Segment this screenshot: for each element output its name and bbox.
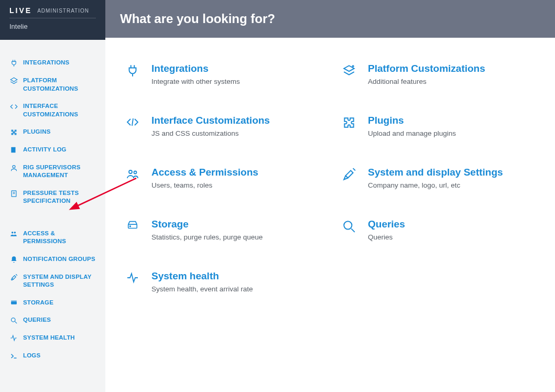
puzzle-icon xyxy=(341,115,357,137)
sidebar-item-label: Storage xyxy=(23,299,53,307)
activity-icon xyxy=(9,334,18,342)
sidebar-item-access-permissions[interactable]: Access & Permissions xyxy=(4,225,101,250)
card-queries[interactable]: Queries Queries xyxy=(341,219,536,241)
sidebar-item-storage[interactable]: Storage xyxy=(4,295,101,311)
card-desc: Additional features xyxy=(368,78,536,85)
sidebar-item-platform-customizations[interactable]: Platform Customizations xyxy=(4,72,101,97)
sidebar-item-label: Access & Permissions xyxy=(23,230,96,246)
sidebar-item-label: Pressure Tests Specification xyxy=(23,189,96,205)
bell-icon xyxy=(9,255,18,264)
svg-point-2 xyxy=(13,165,15,168)
sidebar-nav: Integrations Platform Customizations Int… xyxy=(0,40,105,369)
sidebar-item-label: Activity Log xyxy=(23,146,67,154)
sidebar-item-label: Platform Customizations xyxy=(23,77,96,93)
sidebar-item-label: Interface Customizations xyxy=(23,102,96,118)
brand-logo: LIVE xyxy=(9,6,32,15)
card-title: Interface Customizations xyxy=(151,115,320,126)
card-desc: Queries xyxy=(368,233,536,241)
topbar: What are you looking for? xyxy=(105,0,555,38)
storage-icon xyxy=(124,219,141,241)
card-integrations[interactable]: Integrations Integrate with other system… xyxy=(124,63,320,85)
code-icon xyxy=(9,102,18,111)
storage-icon xyxy=(9,299,18,306)
plug-icon xyxy=(9,59,18,67)
main: What are you looking for? Integrations I… xyxy=(105,0,555,392)
sidebar-item-integrations[interactable]: Integrations xyxy=(4,55,101,71)
tools-icon xyxy=(341,167,357,189)
svg-point-18 xyxy=(129,170,132,173)
svg-point-8 xyxy=(11,279,13,280)
card-storage[interactable]: Storage Statistics, purge rules, purge q… xyxy=(124,219,320,241)
users-icon xyxy=(124,167,141,189)
card-desc: Statistics, purge rules, purge queue xyxy=(151,233,320,241)
sidebar-item-queries[interactable]: Queries xyxy=(4,312,101,329)
search-icon xyxy=(9,316,18,324)
spec-icon xyxy=(9,189,18,198)
sidebar-item-system-health[interactable]: System Health xyxy=(4,330,101,346)
card-desc: Company name, logo, url, etc xyxy=(368,181,536,189)
card-title: Platform Customizations xyxy=(368,63,536,74)
card-system-health[interactable]: System health System health, event arriv… xyxy=(124,270,320,293)
card-title: Queries xyxy=(368,219,536,230)
card-interface-customizations[interactable]: Interface Customizations JS and CSS cust… xyxy=(124,115,320,137)
svg-rect-9 xyxy=(11,301,17,304)
sidebar-item-interface-customizations[interactable]: Interface Customizations xyxy=(4,98,101,123)
sidebar-item-rig-supervisors[interactable]: Rig Supervisors Management xyxy=(4,159,101,184)
sidebar-item-label: Logs xyxy=(23,352,40,360)
card-desc: Integrate with other systems xyxy=(151,78,320,85)
page-title: What are you looking for? xyxy=(120,12,275,26)
puzzle-icon xyxy=(9,128,18,136)
svg-point-6 xyxy=(12,232,14,234)
svg-line-17 xyxy=(132,118,133,126)
card-title: System and display Settings xyxy=(368,167,536,178)
sidebar-item-activity-log[interactable]: Activity Log xyxy=(4,141,101,158)
sidebar-item-label: Rig Supervisors Management xyxy=(23,164,96,180)
nav-divider xyxy=(4,211,101,224)
sidebar-item-label: System and Display Settings xyxy=(23,273,96,289)
sidebar-item-logs[interactable]: Logs xyxy=(4,347,101,364)
user-icon xyxy=(9,164,18,172)
code-icon xyxy=(124,115,141,137)
card-title: System health xyxy=(151,270,320,282)
card-desc: System health, event arrival rate xyxy=(151,285,320,293)
sidebar-item-label: Integrations xyxy=(23,59,69,67)
users-icon xyxy=(9,230,18,237)
svg-point-11 xyxy=(11,318,15,322)
card-access-permissions[interactable]: Access & Permissions Users, teams, roles xyxy=(124,167,320,189)
content-grid: Integrations Integrate with other system… xyxy=(105,38,555,303)
layers-icon xyxy=(341,63,357,85)
sidebar-item-pressure-tests[interactable]: Pressure Tests Specification xyxy=(4,185,101,210)
card-system-display-settings[interactable]: System and display Settings Company name… xyxy=(341,167,536,189)
document-icon xyxy=(9,146,18,154)
sidebar: LIVE ADMINISTRATION Intelie Integrations… xyxy=(0,0,105,392)
sidebar-item-label: Notification Groups xyxy=(23,255,95,264)
svg-point-7 xyxy=(14,232,16,234)
layers-icon xyxy=(9,77,18,85)
sidebar-item-plugins[interactable]: Plugins xyxy=(4,124,101,140)
svg-marker-0 xyxy=(10,78,17,82)
svg-rect-10 xyxy=(11,300,17,301)
activity-icon xyxy=(124,270,141,293)
svg-line-12 xyxy=(15,322,17,324)
sidebar-item-label: Queries xyxy=(23,316,51,324)
card-desc: Upload and manage plugins xyxy=(368,129,536,137)
sidebar-item-label: System Health xyxy=(23,334,75,342)
terminal-icon xyxy=(9,352,18,360)
card-platform-customizations[interactable]: Platform Customizations Additional featu… xyxy=(341,63,536,85)
card-desc: Users, teams, roles xyxy=(151,181,320,189)
card-desc: JS and CSS customizations xyxy=(151,129,320,137)
svg-point-19 xyxy=(134,171,137,174)
card-title: Storage xyxy=(151,219,320,230)
card-title: Integrations xyxy=(151,63,320,74)
card-title: Plugins xyxy=(368,115,536,126)
search-icon xyxy=(341,219,357,241)
svg-line-23 xyxy=(351,228,355,232)
card-plugins[interactable]: Plugins Upload and manage plugins xyxy=(341,115,536,137)
tools-icon xyxy=(9,273,18,281)
sidebar-item-system-display-settings[interactable]: System and Display Settings xyxy=(4,269,101,293)
svg-point-22 xyxy=(344,221,352,229)
brand-section: ADMINISTRATION xyxy=(37,8,89,14)
sidebar-item-notification-groups[interactable]: Notification Groups xyxy=(4,251,101,268)
svg-point-21 xyxy=(130,226,131,227)
svg-rect-1 xyxy=(11,147,15,153)
